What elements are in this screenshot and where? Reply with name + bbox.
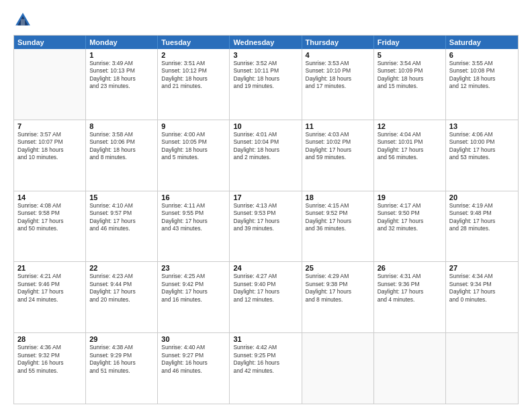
cal-cell-9: 9Sunrise: 4:00 AMSunset: 10:05 PMDayligh…	[158, 120, 230, 191]
daylight-text-2: and 5 minutes.	[161, 154, 226, 161]
sunset-text: Sunset: 9:57 PM	[89, 210, 154, 217]
daylight-text-1: Daylight: 17 hours	[161, 218, 226, 225]
daylight-text-2: and 42 minutes.	[233, 367, 298, 375]
sunset-text: Sunset: 10:06 PM	[89, 138, 154, 146]
daylight-text-2: and 4 minutes.	[378, 296, 442, 304]
daylight-text-2: and 24 minutes.	[17, 296, 82, 304]
daylight-text-2: and 46 minutes.	[89, 225, 154, 232]
sunrise-text: Sunrise: 3:54 AM	[378, 60, 442, 67]
sunset-text: Sunset: 10:09 PM	[378, 67, 442, 75]
cal-cell-4: 4Sunrise: 3:53 AMSunset: 10:10 PMDayligh…	[302, 49, 374, 120]
daylight-text-1: Daylight: 18 hours	[161, 75, 226, 83]
cal-cell-18: 18Sunrise: 4:15 AMSunset: 9:52 PMDayligh…	[302, 191, 374, 262]
daylight-text-2: and 10 minutes.	[17, 154, 82, 161]
day-number: 5	[378, 51, 442, 59]
sunset-text: Sunset: 9:48 PM	[449, 210, 515, 217]
day-number: 20	[449, 193, 515, 201]
sunset-text: Sunset: 9:44 PM	[89, 281, 154, 288]
daylight-text-2: and 59 minutes.	[306, 154, 370, 161]
cal-cell-23: 23Sunrise: 4:25 AMSunset: 9:42 PMDayligh…	[158, 262, 230, 332]
week-row-4: 28Sunrise: 4:36 AMSunset: 9:32 PMDayligh…	[14, 332, 518, 404]
cal-cell-29: 29Sunrise: 4:38 AMSunset: 9:29 PMDayligh…	[86, 333, 158, 404]
daylight-text-2: and 36 minutes.	[306, 225, 370, 232]
sunset-text: Sunset: 9:58 PM	[17, 210, 82, 217]
sunset-text: Sunset: 9:53 PM	[233, 210, 298, 217]
sunrise-text: Sunrise: 4:23 AM	[89, 273, 154, 280]
sunset-text: Sunset: 9:38 PM	[306, 281, 370, 288]
daylight-text-1: Daylight: 17 hours	[161, 288, 226, 295]
cal-cell-21: 21Sunrise: 4:21 AMSunset: 9:46 PMDayligh…	[14, 262, 86, 332]
cal-cell-16: 16Sunrise: 4:11 AMSunset: 9:55 PMDayligh…	[158, 191, 230, 262]
day-header-saturday: Saturday	[446, 36, 518, 49]
day-number: 11	[306, 122, 370, 130]
day-number: 18	[306, 193, 370, 201]
day-number: 1	[89, 51, 154, 59]
sunset-text: Sunset: 9:46 PM	[17, 281, 82, 288]
day-number: 14	[17, 193, 82, 201]
day-number: 21	[17, 264, 82, 272]
page: SundayMondayTuesdayWednesdayThursdayFrid…	[0, 0, 532, 411]
day-number: 8	[89, 122, 154, 130]
daylight-text-1: Daylight: 18 hours	[378, 75, 442, 83]
day-number: 31	[233, 335, 298, 343]
sunrise-text: Sunrise: 4:31 AM	[378, 273, 442, 280]
sunrise-text: Sunrise: 4:19 AM	[449, 202, 515, 210]
sunset-text: Sunset: 9:36 PM	[378, 281, 442, 288]
daylight-text-1: Daylight: 16 hours	[161, 359, 226, 367]
cal-cell-15: 15Sunrise: 4:10 AMSunset: 9:57 PMDayligh…	[86, 191, 158, 262]
daylight-text-1: Daylight: 17 hours	[449, 146, 515, 154]
sunset-text: Sunset: 9:27 PM	[161, 352, 226, 359]
daylight-text-2: and 32 minutes.	[378, 225, 442, 232]
daylight-text-1: Daylight: 18 hours	[233, 146, 298, 154]
sunrise-text: Sunrise: 3:58 AM	[89, 131, 154, 138]
header	[13, 11, 519, 30]
day-number: 10	[233, 122, 298, 130]
day-number: 26	[378, 264, 442, 272]
cal-cell-1: 1Sunrise: 3:49 AMSunset: 10:13 PMDayligh…	[86, 49, 158, 120]
daylight-text-2: and 28 minutes.	[449, 225, 515, 232]
day-header-sunday: Sunday	[14, 36, 86, 49]
sunset-text: Sunset: 10:05 PM	[161, 138, 226, 146]
daylight-text-1: Daylight: 18 hours	[449, 75, 515, 83]
sunset-text: Sunset: 10:04 PM	[233, 138, 298, 146]
cal-cell-5: 5Sunrise: 3:54 AMSunset: 10:09 PMDayligh…	[374, 49, 446, 120]
daylight-text-2: and 21 minutes.	[161, 83, 226, 90]
cal-cell-14: 14Sunrise: 4:08 AMSunset: 9:58 PMDayligh…	[14, 191, 86, 262]
daylight-text-2: and 15 minutes.	[378, 83, 442, 90]
cal-cell-31: 31Sunrise: 4:42 AMSunset: 9:25 PMDayligh…	[230, 333, 302, 404]
calendar-header: SundayMondayTuesdayWednesdayThursdayFrid…	[14, 36, 518, 49]
day-number: 12	[378, 122, 442, 130]
daylight-text-1: Daylight: 16 hours	[89, 359, 154, 367]
sunrise-text: Sunrise: 3:57 AM	[17, 131, 82, 138]
daylight-text-1: Daylight: 17 hours	[306, 146, 370, 154]
sunrise-text: Sunrise: 4:01 AM	[233, 131, 298, 138]
daylight-text-2: and 43 minutes.	[161, 225, 226, 232]
cal-cell-empty-5	[374, 333, 446, 404]
daylight-text-1: Daylight: 17 hours	[233, 288, 298, 295]
cal-cell-12: 12Sunrise: 4:04 AMSunset: 10:01 PMDaylig…	[374, 120, 446, 191]
sunrise-text: Sunrise: 4:17 AM	[378, 202, 442, 210]
cal-cell-25: 25Sunrise: 4:29 AMSunset: 9:38 PMDayligh…	[302, 262, 374, 332]
cal-cell-6: 6Sunrise: 3:55 AMSunset: 10:08 PMDayligh…	[446, 49, 518, 120]
sunset-text: Sunset: 10:02 PM	[306, 138, 370, 146]
daylight-text-1: Daylight: 17 hours	[378, 218, 442, 225]
sunset-text: Sunset: 10:00 PM	[449, 138, 515, 146]
daylight-text-1: Daylight: 16 hours	[17, 359, 82, 367]
sunset-text: Sunset: 10:07 PM	[17, 138, 82, 146]
sunrise-text: Sunrise: 3:53 AM	[306, 60, 370, 67]
sunrise-text: Sunrise: 4:36 AM	[17, 344, 82, 351]
sunrise-text: Sunrise: 4:21 AM	[17, 273, 82, 280]
cal-cell-28: 28Sunrise: 4:36 AMSunset: 9:32 PMDayligh…	[14, 333, 86, 404]
daylight-text-1: Daylight: 17 hours	[233, 218, 298, 225]
cal-cell-19: 19Sunrise: 4:17 AMSunset: 9:50 PMDayligh…	[374, 191, 446, 262]
sunset-text: Sunset: 9:42 PM	[161, 281, 226, 288]
sunset-text: Sunset: 9:50 PM	[378, 210, 442, 217]
cal-cell-17: 17Sunrise: 4:13 AMSunset: 9:53 PMDayligh…	[230, 191, 302, 262]
day-header-wednesday: Wednesday	[230, 36, 302, 49]
sunset-text: Sunset: 9:32 PM	[17, 352, 82, 359]
cal-cell-22: 22Sunrise: 4:23 AMSunset: 9:44 PMDayligh…	[86, 262, 158, 332]
day-number: 19	[378, 193, 442, 201]
cal-cell-20: 20Sunrise: 4:19 AMSunset: 9:48 PMDayligh…	[446, 191, 518, 262]
week-row-1: 7Sunrise: 3:57 AMSunset: 10:07 PMDayligh…	[14, 120, 518, 191]
sunrise-text: Sunrise: 4:10 AM	[89, 202, 154, 210]
